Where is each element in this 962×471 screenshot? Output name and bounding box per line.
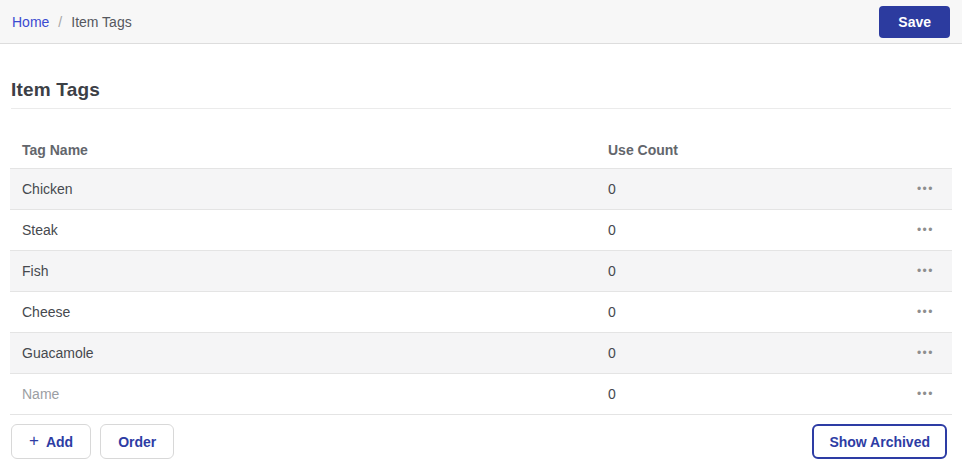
row-menu-icon[interactable]: ••• xyxy=(915,261,936,281)
tag-name-cell[interactable]: Chicken xyxy=(10,181,608,197)
tag-name-cell[interactable]: Guacamole xyxy=(10,345,608,361)
breadcrumb-current: Item Tags xyxy=(71,14,131,30)
page-title: Item Tags xyxy=(11,78,951,102)
breadcrumb-separator: / xyxy=(58,14,62,30)
tag-name-cell[interactable]: Fish xyxy=(10,263,608,279)
tag-name-cell[interactable]: Cheese xyxy=(10,304,608,320)
row-menu-icon[interactable]: ••• xyxy=(915,343,936,363)
table-row: Chicken 0 ••• xyxy=(10,169,952,210)
plus-icon: + xyxy=(29,432,39,449)
breadcrumb-home-link[interactable]: Home xyxy=(12,14,49,30)
add-button[interactable]: + Add xyxy=(11,424,91,459)
column-header-use-count: Use Count xyxy=(608,142,936,158)
use-count-cell: 0 xyxy=(608,222,915,238)
column-header-tag-name: Tag Name xyxy=(10,142,608,158)
use-count-cell: 0 xyxy=(608,304,915,320)
table-row: Fish 0 ••• xyxy=(10,251,952,292)
use-count-cell: 0 xyxy=(608,181,915,197)
order-button[interactable]: Order xyxy=(100,424,174,459)
new-tag-row: 0 ••• xyxy=(10,374,952,415)
table-row: Guacamole 0 ••• xyxy=(10,333,952,374)
row-menu-icon[interactable]: ••• xyxy=(915,384,936,404)
breadcrumb: Home / Item Tags xyxy=(12,14,132,30)
table-row: Steak 0 ••• xyxy=(10,210,952,251)
add-button-label: Add xyxy=(46,434,73,450)
row-menu-icon[interactable]: ••• xyxy=(915,220,936,240)
item-tags-table: Tag Name Use Count Chicken 0 ••• Steak 0… xyxy=(10,131,952,415)
use-count-cell: 0 xyxy=(608,345,915,361)
topbar: Home / Item Tags Save xyxy=(0,0,962,44)
save-button[interactable]: Save xyxy=(879,6,950,38)
title-section: Item Tags xyxy=(11,78,951,109)
new-tag-name-input[interactable] xyxy=(22,386,608,402)
table-body: Chicken 0 ••• Steak 0 ••• Fish 0 ••• Che… xyxy=(10,169,952,374)
tag-name-cell[interactable]: Steak xyxy=(10,222,608,238)
table-header-row: Tag Name Use Count xyxy=(10,131,952,169)
new-tag-use-count: 0 xyxy=(608,386,915,402)
table-row: Cheese 0 ••• xyxy=(10,292,952,333)
show-archived-button[interactable]: Show Archived xyxy=(812,424,947,459)
row-menu-icon[interactable]: ••• xyxy=(915,302,936,322)
row-menu-icon[interactable]: ••• xyxy=(915,179,936,199)
footer-bar: + Add Order Show Archived xyxy=(0,424,962,459)
use-count-cell: 0 xyxy=(608,263,915,279)
